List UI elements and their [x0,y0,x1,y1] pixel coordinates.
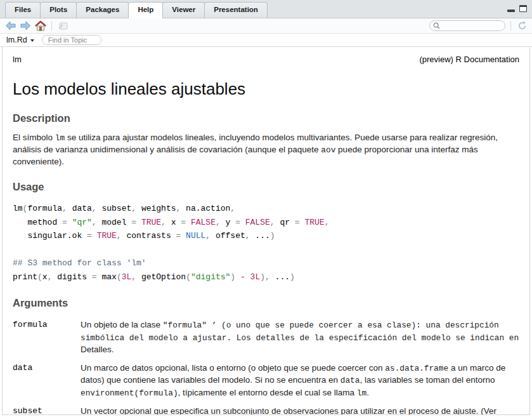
pane-tab-bar: FilesPlotsPackagesHelpViewerPresentation [0,0,532,18]
home-button[interactable] [35,20,46,32]
section-heading-description: Description [13,112,523,124]
argument-term: data [13,362,81,400]
code-line: method = "qr", model = TRUE, x = FALSE, … [13,216,523,230]
text-run: . [367,388,369,397]
usage-code: lm(formula, data, subset, weights, na.ac… [13,202,523,284]
page-title: Los modelos lineales ajustables [13,79,523,99]
text-run: , las variables se toman del entorno [360,375,495,385]
doc-header: lm (preview) R Documentation [13,55,523,64]
search-icon [433,22,440,29]
inline-code: aov [321,145,335,155]
doc-topic: lm [13,55,22,64]
refresh-button[interactable] [516,20,528,32]
find-in-topic-input[interactable] [42,35,101,45]
tab-plots[interactable]: Plots [40,2,77,18]
argument-description: Un marco de datos opcional, lista o ento… [81,362,521,400]
topic-label: lm.Rd [6,36,27,44]
minimize-icon[interactable] [507,10,515,12]
inline-code: lm [55,133,65,143]
arguments-table: formulaUn objeto de la clase "formula" ’… [13,319,523,415]
topic-dropdown[interactable]: lm.Rd [6,36,34,44]
code-line: print(x, digits = max(3L, getOption("dig… [13,270,523,284]
help-content-pane[interactable]: lm (preview) R Documentation Los modelos… [2,47,530,415]
home-icon [35,21,46,31]
doc-source: (preview) R Documentation [419,55,519,64]
text-run: El símbolo [13,133,55,142]
show-in-new-window-button[interactable] [57,20,68,32]
code-line: singular.ok = TRUE, contrasts = NULL, of… [13,229,523,243]
maximize-icon[interactable] [519,5,527,12]
code-line: ## S3 method for class 'lm' [13,256,523,270]
chevron-down-icon [30,39,34,42]
help-toolbar [0,18,532,34]
description-paragraph: El símbolo lm se utiliza para ajustar mo… [13,132,523,168]
refresh-icon [517,21,527,30]
inline-code: environment(formula) [81,388,178,398]
back-button[interactable] [4,20,16,32]
text-run: Detalles. [81,345,114,354]
tab-packages[interactable]: Packages [76,2,129,18]
help-search-box[interactable] [429,20,505,31]
tab-help[interactable]: Help [128,2,163,18]
code-line: lm(formula, data, subset, weights, na.ac… [13,202,523,216]
toolbar-separator [510,21,511,30]
tab-bar-tabs: FilesPlotsPackagesHelpViewerPresentation [5,2,267,18]
inline-code: as.data.frame [385,364,448,373]
argument-description: Un objeto de la clase "formula" ’ (o uno… [81,319,521,356]
back-arrow-icon [5,21,16,30]
help-topic-toolbar: lm.Rd [0,34,532,47]
toolbar-separator [51,21,52,30]
window-controls [507,5,527,12]
argument-description: Un vector opcional que especifica un sub… [81,406,521,415]
forward-button[interactable] [20,20,31,32]
tab-presentation[interactable]: Presentation [204,2,268,18]
code-line [13,243,523,257]
inline-code: lm [357,388,367,398]
section-heading-arguments: Arguments [13,297,523,309]
argument-term: formula [13,319,81,356]
forward-arrow-icon [20,21,31,30]
text-run: Un vector opcional que especifica un sub… [81,406,514,415]
text-run: , típicamente el entorno desde el cual s… [178,388,357,397]
show-in-new-window-icon [58,22,68,30]
text-run: Un marco de datos opcional, lista o ento… [81,363,385,373]
inline-code: data [341,376,360,385]
argument-term: subset [13,406,81,415]
tab-files[interactable]: Files [5,2,41,18]
section-heading-usage: Usage [13,181,523,193]
text-run: Un objeto de la clase [81,320,163,329]
search-input[interactable] [442,22,499,30]
tab-viewer[interactable]: Viewer [162,2,205,18]
